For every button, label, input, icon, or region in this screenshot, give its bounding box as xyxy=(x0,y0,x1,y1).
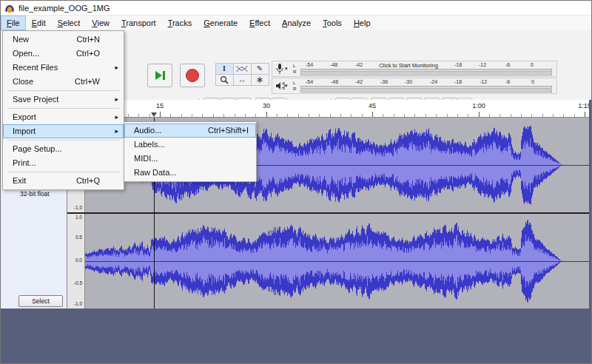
menubar-file[interactable]: File xyxy=(1,16,26,30)
magnifier-icon xyxy=(220,75,229,84)
submenu-arrow-icon: ▸ xyxy=(115,61,118,75)
menubar-tracks[interactable]: Tracks xyxy=(162,16,198,30)
recording-meter[interactable]: ▾ LR -54 -48 -42 -18 -12 -6 0 Click to S… xyxy=(272,61,557,77)
menu-item-import-raw-data[interactable]: Raw Data... xyxy=(124,166,256,180)
playback-meter[interactable]: ▾ LR -54 -48 -42 -36 -30 -24 -18 -12 -6 … xyxy=(272,78,557,94)
recording-meter-bar-left xyxy=(300,69,552,72)
recording-meter-bar-right xyxy=(300,73,552,75)
record-icon xyxy=(186,69,199,82)
selection-tool-button[interactable]: I xyxy=(215,63,234,75)
speaker-icon xyxy=(275,81,285,90)
ibeam-icon: I xyxy=(223,64,226,73)
title-bar: file_example_OOG_1MG xyxy=(1,1,592,16)
playhead-marker-icon[interactable] xyxy=(151,112,157,117)
import-submenu: Audio...Ctrl+Shift+I Labels... MIDI... R… xyxy=(124,121,257,182)
menubar-transport[interactable]: Transport xyxy=(115,16,162,30)
track-select-button[interactable]: Select xyxy=(18,295,63,307)
tools-toolbar: I ✎ ↔ ∗ xyxy=(215,63,270,87)
timeshift-tool-button[interactable]: ↔ xyxy=(233,74,252,86)
meter-channel-labels: LR xyxy=(293,63,296,75)
menu-item-print[interactable]: Print... xyxy=(3,156,124,170)
menubar-analyze[interactable]: Analyze xyxy=(276,16,317,30)
menu-bar: File Edit Select View Transport Tracks G… xyxy=(1,16,592,31)
menu-item-exit[interactable]: ExitCtrl+Q xyxy=(3,174,124,188)
menu-item-import[interactable]: Import▸ xyxy=(3,124,124,138)
menubar-generate[interactable]: Generate xyxy=(198,16,243,30)
menubar-help[interactable]: Help xyxy=(348,16,377,30)
multi-tool-icon: ∗ xyxy=(256,74,264,85)
envelope-tool-button[interactable] xyxy=(233,63,252,75)
submenu-arrow-icon: ▸ xyxy=(115,110,118,124)
track-format-label: 32-bit float xyxy=(20,190,50,198)
menu-item-save-project[interactable]: Save Project▸ xyxy=(3,92,124,107)
window-title: file_example_OOG_1MG xyxy=(18,4,110,13)
menu-item-open[interactable]: Open...Ctrl+O xyxy=(3,47,124,61)
meter-message: Click to Start Monitoring xyxy=(377,62,440,69)
menu-item-close[interactable]: CloseCtrl+W xyxy=(3,75,124,89)
audacity-logo-icon xyxy=(4,3,15,13)
meter-channel-labels: LR xyxy=(293,80,296,92)
submenu-arrow-icon: ▸ xyxy=(115,124,118,138)
microphone-icon xyxy=(276,63,283,75)
recording-meter-scale: -54 -48 -42 -18 -12 -6 0 Click to Start … xyxy=(300,62,552,69)
empty-workspace-background xyxy=(1,309,592,364)
audacity-window: file_example_OOG_1MG File Edit Select Vi… xyxy=(0,0,592,364)
skip-to-end-button[interactable] xyxy=(147,64,172,87)
submenu-arrow-icon: ▸ xyxy=(115,92,118,107)
playback-meter-bar-right xyxy=(300,90,552,92)
menu-item-page-setup[interactable]: Page Setup... xyxy=(3,142,124,156)
dropdown-arrow-icon: ▾ xyxy=(285,66,288,72)
menubar-select[interactable]: Select xyxy=(52,16,87,30)
zoom-tool-button[interactable] xyxy=(215,74,234,86)
menu-item-recent-files[interactable]: Recent Files▸ xyxy=(3,61,124,75)
pencil-icon: ✎ xyxy=(257,64,263,73)
skip-to-end-icon xyxy=(154,70,166,81)
menu-item-import-labels[interactable]: Labels... xyxy=(124,138,256,152)
vertical-scale-channel-2[interactable]: 1.0 0.5 0.0 -0.5 -1.0 xyxy=(67,214,85,309)
dropdown-arrow-icon: ▾ xyxy=(285,83,288,89)
menubar-view[interactable]: View xyxy=(86,16,115,30)
menu-item-import-audio[interactable]: Audio...Ctrl+Shift+I xyxy=(124,124,256,138)
envelope-icon xyxy=(236,65,248,73)
draw-tool-button[interactable]: ✎ xyxy=(251,63,269,75)
record-button[interactable] xyxy=(180,64,205,87)
playback-meter-scale: -54 -48 -42 -36 -30 -24 -18 -12 -6 0 xyxy=(300,79,552,86)
menubar-tools[interactable]: Tools xyxy=(317,16,348,30)
menubar-edit[interactable]: Edit xyxy=(26,16,52,30)
multi-tool-button[interactable]: ∗ xyxy=(251,74,269,86)
menu-item-import-midi[interactable]: MIDI... xyxy=(124,152,256,166)
menu-item-new[interactable]: NewCtrl+N xyxy=(3,33,124,47)
channel-divider xyxy=(67,212,589,214)
menubar-effect[interactable]: Effect xyxy=(243,16,276,30)
timeshift-icon: ↔ xyxy=(238,75,246,84)
file-menu: NewCtrl+N Open...Ctrl+O Recent Files▸ Cl… xyxy=(2,30,124,190)
menu-item-export[interactable]: Export▸ xyxy=(3,110,124,124)
waveform-channel-2[interactable] xyxy=(85,214,589,309)
playback-meter-bar-left xyxy=(300,86,552,89)
